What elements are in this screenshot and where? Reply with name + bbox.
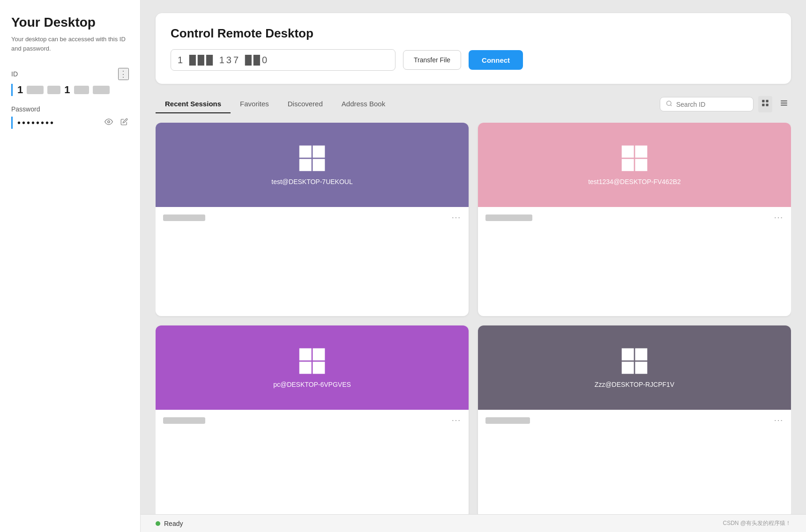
svg-rect-14 — [622, 146, 634, 158]
svg-rect-21 — [313, 362, 325, 374]
sidebar: Your Desktop Your desktop can be accesse… — [0, 0, 141, 532]
svg-point-1 — [667, 101, 671, 105]
session-name-1: test@DESKTOP-7UEKOUL — [271, 178, 352, 185]
session-thumb-2[interactable]: test1234@DESKTOP-FV462B2 — [478, 123, 791, 207]
edit-icon — [120, 118, 128, 126]
sidebar-subtitle: Your desktop can be accessed with this I… — [11, 35, 129, 53]
tab-favorites[interactable]: Favorites — [231, 95, 278, 113]
svg-rect-13 — [313, 159, 325, 171]
search-area — [660, 96, 791, 112]
session-id-1 — [163, 214, 205, 221]
search-input[interactable] — [676, 101, 737, 108]
session-menu-button-1[interactable]: ⋯ — [451, 212, 461, 223]
session-footer-2: ⋯ — [478, 207, 791, 228]
svg-point-0 — [108, 121, 110, 123]
session-card-4: Zzz@DESKTOP-RJCPF1V ⋯ — [478, 325, 791, 519]
transfer-file-button[interactable]: Transfer File — [403, 50, 461, 70]
sidebar-id-value: 1 1 — [17, 84, 110, 96]
svg-rect-16 — [622, 159, 634, 171]
id-blur-3 — [74, 86, 89, 94]
id-blur-1 — [27, 86, 44, 94]
svg-rect-11 — [313, 146, 325, 158]
svg-rect-25 — [635, 362, 647, 374]
session-card-3: pc@DESKTOP-6VPGVES ⋯ — [156, 325, 469, 519]
control-card-title: Control Remote Desktop — [171, 26, 776, 41]
id-blur-4 — [93, 86, 110, 94]
session-menu-button-3[interactable]: ⋯ — [451, 414, 461, 426]
search-icon — [666, 100, 672, 108]
svg-rect-23 — [635, 348, 647, 361]
remote-id-input[interactable] — [171, 49, 396, 71]
svg-rect-10 — [299, 146, 312, 158]
connect-button[interactable]: Connect — [469, 50, 523, 70]
session-id-4 — [485, 416, 530, 424]
toggle-password-button[interactable] — [104, 117, 114, 129]
sidebar-title: Your Desktop — [11, 15, 129, 30]
sidebar-id-section: ID ⋮ 1 1 — [11, 68, 129, 96]
windows-logo-3 — [298, 347, 326, 375]
svg-rect-6 — [766, 104, 769, 106]
tab-discovered[interactable]: Discovered — [278, 95, 332, 113]
edit-password-button[interactable] — [119, 117, 129, 128]
status-indicator — [156, 521, 160, 526]
control-input-row: Transfer File Connect — [171, 49, 776, 71]
sessions-grid: test@DESKTOP-7UEKOUL ⋯ test1234@DESKTOP-… — [156, 123, 791, 519]
search-box — [660, 97, 754, 111]
session-footer-3: ⋯ — [156, 410, 469, 430]
svg-rect-5 — [762, 104, 764, 106]
session-name-4: Zzz@DESKTOP-RJCPF1V — [595, 381, 674, 388]
svg-line-2 — [671, 105, 672, 106]
session-name-2: test1234@DESKTOP-FV462B2 — [588, 178, 681, 185]
svg-rect-20 — [299, 362, 312, 374]
main-content: Control Remote Desktop Transfer File Con… — [141, 0, 806, 532]
session-menu-button-2[interactable]: ⋯ — [774, 212, 784, 223]
session-thumb-3[interactable]: pc@DESKTOP-6VPGVES — [156, 325, 469, 410]
view-list-button[interactable] — [777, 96, 791, 112]
status-text: Ready — [164, 520, 183, 527]
tab-address-book[interactable]: Address Book — [332, 95, 395, 113]
windows-logo-4 — [620, 347, 649, 375]
id-blur-2 — [47, 86, 60, 94]
svg-rect-15 — [635, 146, 647, 158]
sidebar-password-label: Password — [11, 105, 40, 113]
sidebar-password-section: Password •••••••• — [11, 105, 129, 129]
view-grid-button[interactable] — [758, 96, 772, 112]
session-card-2: test1234@DESKTOP-FV462B2 ⋯ — [478, 123, 791, 316]
svg-rect-17 — [635, 159, 647, 171]
sidebar-id-menu-button[interactable]: ⋮ — [118, 68, 129, 80]
windows-logo-2 — [620, 144, 649, 172]
session-id-3 — [163, 416, 205, 424]
list-icon — [780, 99, 788, 107]
sessions-bar: Recent Sessions Favorites Discovered Add… — [156, 95, 791, 113]
svg-rect-22 — [622, 348, 634, 361]
control-card: Control Remote Desktop Transfer File Con… — [156, 13, 791, 84]
svg-rect-19 — [313, 348, 325, 361]
session-footer-1: ⋯ — [156, 207, 469, 228]
status-bar: Ready CSDN @有头发的程序猿！ — [141, 514, 806, 532]
svg-rect-3 — [762, 100, 764, 102]
sidebar-id-value-row: 1 1 — [11, 84, 129, 96]
session-thumb-1[interactable]: test@DESKTOP-7UEKOUL — [156, 123, 469, 207]
grid-icon — [761, 99, 769, 107]
tab-recent-sessions[interactable]: Recent Sessions — [156, 95, 231, 113]
svg-rect-12 — [299, 159, 312, 171]
status-credit: CSDN @有头发的程序猿！ — [723, 519, 791, 527]
session-footer-4: ⋯ — [478, 410, 791, 430]
session-id-2 — [485, 214, 532, 221]
sidebar-id-label: ID — [11, 70, 18, 78]
svg-rect-4 — [766, 100, 769, 102]
svg-rect-24 — [622, 362, 634, 374]
windows-logo-1 — [298, 144, 326, 172]
eye-icon — [104, 118, 113, 126]
sidebar-password-value: •••••••• — [17, 118, 98, 128]
sidebar-password-row: •••••••• — [11, 117, 129, 129]
session-menu-button-4[interactable]: ⋯ — [774, 414, 784, 426]
session-thumb-4[interactable]: Zzz@DESKTOP-RJCPF1V — [478, 325, 791, 410]
session-name-3: pc@DESKTOP-6VPGVES — [273, 381, 351, 388]
session-card-1: test@DESKTOP-7UEKOUL ⋯ — [156, 123, 469, 316]
status-left: Ready — [156, 520, 183, 527]
svg-rect-18 — [299, 348, 312, 361]
tabs: Recent Sessions Favorites Discovered Add… — [156, 95, 660, 113]
